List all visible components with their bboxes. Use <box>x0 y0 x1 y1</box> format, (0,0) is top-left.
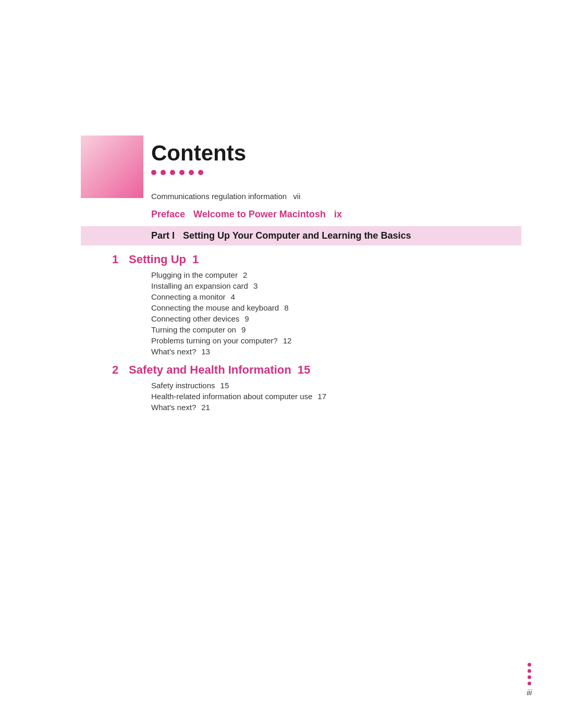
dot-1 <box>151 170 156 175</box>
chapter-2-page: 15 <box>298 363 310 377</box>
preface-page: ix <box>334 209 342 220</box>
chapter-1-heading: 1 Setting Up 1 <box>112 253 521 266</box>
list-item: Safety instructions 15 <box>151 381 521 390</box>
chapter-1-page: 1 <box>192 253 199 266</box>
toc-label-communications: Communications regulation information <box>151 192 287 201</box>
entry-page: 4 <box>231 292 235 301</box>
page-title: Contents <box>151 141 521 166</box>
entry-label: Plugging in the computer <box>151 270 238 279</box>
list-item: Connecting other devices 9 <box>151 314 521 323</box>
page-dot-3 <box>528 675 531 679</box>
toc-page-communications: vii <box>293 192 300 201</box>
part-label: Part I <box>151 230 175 241</box>
toc-entry-communications: Communications regulation information vi… <box>151 192 521 201</box>
entry-page: 17 <box>317 392 326 401</box>
chapter-2-entries: Safety instructions 15 Health-related in… <box>151 381 521 412</box>
list-item: Installing an expansion card 3 <box>151 281 521 290</box>
chapter-2-heading: 2 Safety and Health Information 15 <box>112 363 521 377</box>
chapter-2-section: 2 Safety and Health Information 15 Safet… <box>81 363 521 412</box>
preface-title: Welcome to Power Macintosh <box>193 209 326 220</box>
part-i-band: Part I Setting Up Your Computer and Lear… <box>81 226 521 245</box>
entry-label: Connecting the mouse and keyboard <box>151 303 279 312</box>
entry-page: 12 <box>283 336 292 345</box>
dot-2 <box>161 170 166 175</box>
list-item: Health-related information about compute… <box>151 392 521 401</box>
part-title: Setting Up Your Computer and Learning th… <box>183 230 411 241</box>
chapter-2-title: Safety and Health Information <box>129 363 291 377</box>
entry-label: Turning the computer on <box>151 325 236 334</box>
list-item: Problems turning on your computer? 12 <box>151 336 521 345</box>
intro-toc: Communications regulation information vi… <box>151 192 521 201</box>
entry-page: 9 <box>244 314 249 323</box>
chapter-1-title: Setting Up <box>129 253 186 266</box>
entry-label: What's next? <box>151 403 196 412</box>
dot-3 <box>170 170 175 175</box>
entry-page: 2 <box>243 270 247 279</box>
chapter-1-section: 1 Setting Up 1 Plugging in the computer … <box>81 253 521 356</box>
entry-label: Safety instructions <box>151 381 215 390</box>
dot-5 <box>189 170 194 175</box>
entry-page: 21 <box>201 403 210 412</box>
entry-label: Connecting a monitor <box>151 292 226 301</box>
entry-label: Health-related information about compute… <box>151 392 312 401</box>
decorative-dots <box>151 170 521 175</box>
dot-6 <box>198 170 203 175</box>
list-item: Connecting a monitor 4 <box>151 292 521 301</box>
list-item: Connecting the mouse and keyboard 8 <box>151 303 521 312</box>
chapter-1-entries: Plugging in the computer 2 Installing an… <box>151 270 521 356</box>
page: Contents Communications regulation infor… <box>0 0 563 728</box>
page-dot-1 <box>528 663 531 667</box>
preface-line: Preface Welcome to Power Macintosh ix <box>151 209 521 220</box>
page-number: iii <box>527 688 532 697</box>
list-item: What's next? 21 <box>151 403 521 412</box>
content-area: Contents Communications regulation infor… <box>81 135 521 414</box>
entry-page: 3 <box>253 281 258 290</box>
entry-page: 15 <box>221 381 229 390</box>
preface-label: Preface <box>151 209 185 220</box>
entry-label: Problems turning on your computer? <box>151 336 278 345</box>
part-i-inner: Part I Setting Up Your Computer and Lear… <box>151 230 521 241</box>
entry-page: 8 <box>284 303 288 312</box>
list-item: Plugging in the computer 2 <box>151 270 521 279</box>
entry-label: What's next? <box>151 347 196 356</box>
page-dot-4 <box>528 682 531 685</box>
page-number-area: iii <box>527 663 532 697</box>
chapter-1-num: 1 <box>112 253 129 266</box>
list-item: Turning the computer on 9 <box>151 325 521 334</box>
entry-label: Connecting other devices <box>151 314 239 323</box>
page-dots-vertical <box>528 663 531 685</box>
entry-label: Installing an expansion card <box>151 281 248 290</box>
list-item: What's next? 13 <box>151 347 521 356</box>
chapter-2-num: 2 <box>112 363 129 377</box>
dot-4 <box>179 170 185 175</box>
entry-page: 13 <box>201 347 210 356</box>
preface-section: Preface Welcome to Power Macintosh ix <box>151 209 521 220</box>
entry-page: 9 <box>241 325 246 334</box>
page-dot-2 <box>528 669 531 673</box>
